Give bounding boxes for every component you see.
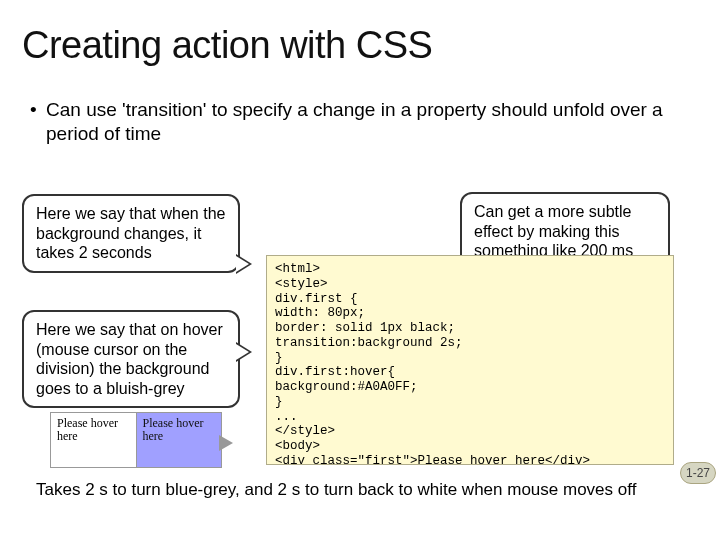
slide-title: Creating action with CSS xyxy=(22,24,432,67)
hover-example-before: Please hover here xyxy=(51,413,136,467)
code-block: <html> <style> div.first { width: 80px; … xyxy=(266,255,674,465)
callout-tail-icon xyxy=(236,342,252,362)
callout-hover-bg: Here we say that on hover (mouse cursor … xyxy=(22,310,240,408)
callout-tail-icon xyxy=(236,254,252,274)
code-content: <html> <style> div.first { width: 80px; … xyxy=(267,256,673,465)
hover-example-after: Please hover here xyxy=(136,413,222,467)
page-number-badge: 1-27 xyxy=(680,462,716,484)
callout-text: Can get a more subtle effect by making t… xyxy=(474,203,633,259)
callout-text: Here we say that on hover (mouse cursor … xyxy=(36,321,223,397)
callout-transition-2s: Here we say that when the background cha… xyxy=(22,194,240,273)
caption-text: Takes 2 s to turn blue-grey, and 2 s to … xyxy=(36,480,636,500)
callout-tail-icon xyxy=(219,435,233,451)
hover-example-preview: Please hover here Please hover here xyxy=(50,412,222,468)
bullet-text: Can use 'transition' to specify a change… xyxy=(46,98,690,146)
callout-text: Here we say that when the background cha… xyxy=(36,205,225,261)
